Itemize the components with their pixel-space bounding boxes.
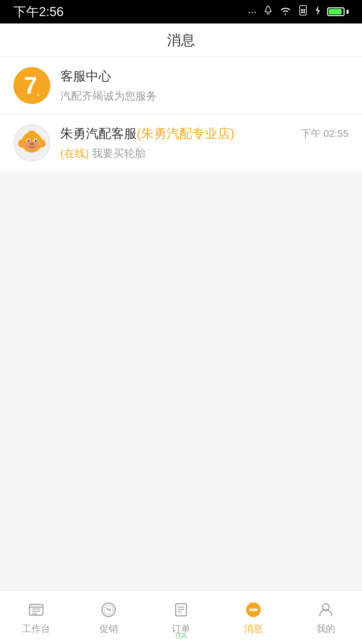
message-item-zhu-yong[interactable]: 朱勇汽配客服(朱勇汽配专业店) 下午 02:55 (在线) 我要买轮胎 <box>0 114 362 172</box>
bolt-icon <box>314 5 321 19</box>
message-content-customer-service: 客服中心 汽配齐竭诚为您服务 <box>60 68 349 104</box>
svg-point-15 <box>27 140 29 142</box>
status-bar: 下午2:56 ··· <box>0 0 362 23</box>
message-preview-customer-service: 汽配齐竭诚为您服务 <box>60 89 349 104</box>
avatar-customer-service: 7. <box>13 67 50 104</box>
svg-marker-6 <box>316 5 320 15</box>
sim-icon <box>298 5 308 18</box>
nav-item-orders[interactable]: 订单 <box>145 591 217 644</box>
preview-text: 我要买轮胎 <box>92 147 145 159</box>
message-content-zhu-yong: 朱勇汽配客服(朱勇汽配专业店) 下午 02:55 (在线) 我要买轮胎 <box>60 125 349 161</box>
page-title: 消息 <box>167 31 195 50</box>
message-time-zhu-yong: 下午 02:55 <box>301 127 349 141</box>
svg-rect-2 <box>301 9 303 11</box>
svg-point-19 <box>30 143 34 146</box>
workbench-icon <box>26 600 46 620</box>
battery-icon <box>327 7 349 16</box>
nav-label-profile: 我的 <box>316 623 335 635</box>
svg-point-17 <box>28 140 29 141</box>
svg-point-20 <box>31 143 32 145</box>
nav-label-orders: 订单 <box>172 623 190 635</box>
message-list: 7. 客服中心 汽配齐竭诚为您服务 <box>0 57 362 172</box>
nav-item-profile[interactable]: 我的 <box>290 591 362 644</box>
bell-icon <box>263 5 274 18</box>
nav-item-workbench[interactable]: 工作台 <box>0 591 72 644</box>
svg-point-35 <box>249 608 252 611</box>
wifi-icon <box>280 6 292 18</box>
online-tag: (在线) <box>60 147 89 159</box>
message-header-row: 客服中心 <box>60 68 349 85</box>
svg-point-36 <box>252 608 255 611</box>
nav-label-promotion: 促销 <box>99 623 118 635</box>
nav-label-messages: 消息 <box>244 623 263 635</box>
nav-label-workbench: 工作台 <box>22 623 50 635</box>
status-time: 下午2:56 <box>13 3 64 20</box>
svg-point-21 <box>32 143 34 145</box>
svg-rect-5 <box>303 11 305 13</box>
svg-rect-3 <box>303 9 305 11</box>
message-name-suffix: (朱勇汽配专业店) <box>137 126 234 141</box>
message-name-customer-service: 客服中心 <box>60 68 111 85</box>
message-name-main: 朱勇汽配客服 <box>60 126 137 141</box>
message-content-area: 7. 客服中心 汽配齐竭诚为您服务 <box>0 57 362 172</box>
svg-point-37 <box>255 608 257 611</box>
status-icons: ··· <box>248 5 349 19</box>
signal-dots-icon: ··· <box>248 6 257 18</box>
avatar-number: 7. <box>24 74 40 97</box>
svg-rect-4 <box>301 11 303 13</box>
svg-point-16 <box>35 140 37 142</box>
messages-icon <box>243 600 263 620</box>
bottom-navigation: 工作台 % 促销 订单 <box>0 590 362 644</box>
message-header-row-zhu-yong: 朱勇汽配客服(朱勇汽配专业店) 下午 02:55 <box>60 125 349 142</box>
promotion-icon: % <box>99 600 119 620</box>
svg-point-18 <box>36 140 37 141</box>
page-header: 消息 <box>0 23 362 57</box>
nav-item-messages[interactable]: 消息 <box>217 591 290 644</box>
svg-text:%: % <box>106 607 111 612</box>
svg-rect-1 <box>300 6 306 15</box>
nav-item-promotion[interactable]: % 促销 <box>72 591 145 644</box>
profile-icon <box>316 600 336 620</box>
monkey-avatar-svg <box>17 128 47 158</box>
message-preview-zhu-yong: (在线) 我要买轮胎 <box>60 146 349 161</box>
avatar-zhu-yong <box>13 124 50 161</box>
message-item-customer-service[interactable]: 7. 客服中心 汽配齐竭诚为您服务 <box>0 57 362 114</box>
orders-icon <box>171 600 191 620</box>
message-name-zhu-yong: 朱勇汽配客服(朱勇汽配专业店) <box>60 125 234 142</box>
